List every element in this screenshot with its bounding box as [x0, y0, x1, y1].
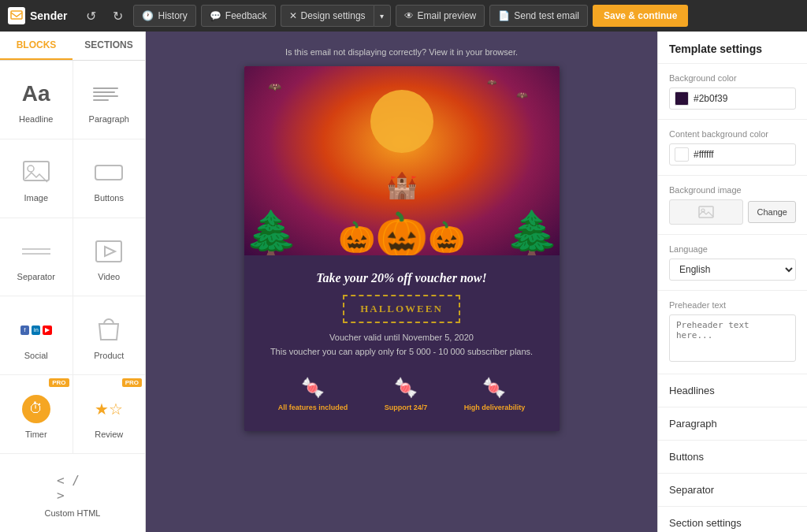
blocks-grid: Aa Headline Paragraph	[0, 61, 145, 532]
block-timer[interactable]: PRO ⏱ Timer	[0, 375, 73, 453]
feature-label-2: Support 24/7	[385, 404, 428, 411]
desc-text: This voucher you can apply only for 5 00…	[260, 347, 544, 356]
paragraph-icon	[93, 78, 125, 110]
block-paragraph-label: Paragraph	[89, 114, 129, 124]
block-headline[interactable]: Aa Headline	[0, 61, 73, 139]
block-social[interactable]: f in ▶ Social	[0, 296, 73, 374]
email-hero: 🌲 🌲 🏰 🦇 🦇 🦇 🎃 🎃 🎃	[244, 66, 560, 255]
block-product[interactable]: Product	[73, 296, 146, 374]
hero-moon	[370, 90, 433, 153]
feedback-icon: 💬	[210, 10, 221, 21]
svg-rect-0	[11, 11, 22, 19]
redo-button[interactable]: ↻	[106, 5, 128, 27]
block-separator-label: Separator	[17, 272, 55, 281]
history-button[interactable]: 🕐 History	[133, 5, 195, 27]
bg-color-row[interactable]: #2b0f39	[669, 87, 796, 110]
block-product-label: Product	[94, 351, 124, 360]
feature-label-3: High deliverability	[464, 404, 526, 411]
language-select[interactable]: English	[669, 259, 796, 281]
send-icon: 📄	[498, 10, 510, 21]
block-paragraph[interactable]: Paragraph	[73, 61, 146, 139]
bg-color-section: Background color #2b0f39	[658, 64, 807, 120]
preview-icon: 👁	[404, 10, 414, 21]
content-bg-swatch	[675, 147, 689, 162]
email-preview-button[interactable]: 👁 Email preview	[396, 5, 485, 27]
tab-sections[interactable]: SECTIONS	[73, 32, 145, 60]
content-bg-section: Content background color #ffffff	[658, 120, 807, 176]
block-image[interactable]: Image	[0, 140, 73, 218]
voucher-code: HALLOWEEN	[343, 295, 460, 323]
feedback-button[interactable]: 💬 Feedback	[201, 5, 276, 27]
pumpkins: 🎃 🎃 🎃	[244, 213, 560, 255]
panel-tabs: BLOCKS SECTIONS	[0, 32, 145, 61]
right-panel-title: Template settings	[658, 32, 807, 64]
accordion-paragraph[interactable]: Paragraph	[658, 407, 807, 441]
candy-icon-1: 🍬	[301, 377, 325, 399]
block-review[interactable]: PRO ★☆ Review	[73, 375, 146, 453]
bg-color-swatch	[675, 91, 689, 106]
pumpkin-left: 🎃	[338, 222, 375, 252]
right-panel: Template settings Background color #2b0f…	[657, 32, 807, 532]
timer-icon: ⏱	[20, 393, 52, 425]
bg-image-label: Background image	[669, 185, 796, 195]
candy-icon-3: 🍬	[482, 377, 506, 399]
bat-2: 🦇	[516, 90, 528, 101]
accordion-separator-label: Separator	[669, 484, 796, 496]
logo-icon	[8, 7, 25, 24]
bg-image-section: Background image Change	[658, 176, 807, 235]
history-icon: 🕐	[142, 10, 154, 21]
email-preview: 🌲 🌲 🏰 🦇 🦇 🦇 🎃 🎃 🎃 Take your 20% off vouc…	[244, 66, 560, 431]
save-button[interactable]: Save & continue	[593, 5, 688, 27]
accordion-buttons[interactable]: Buttons	[658, 441, 807, 474]
review-icon: ★☆	[93, 393, 125, 425]
main-layout: BLOCKS SECTIONS Aa Headline Paragraph	[0, 32, 807, 532]
design-icon: ✕	[289, 10, 297, 21]
logo-text: Sender	[30, 9, 67, 22]
accordion-section-settings[interactable]: Section settings	[658, 507, 807, 532]
block-custom-html[interactable]: < / > Custom HTML	[0, 454, 145, 532]
logo: Sender	[8, 7, 67, 24]
video-icon	[93, 236, 125, 267]
block-video[interactable]: Video	[73, 218, 146, 296]
block-separator[interactable]: Separator	[0, 218, 73, 296]
preheader-input[interactable]	[669, 314, 796, 362]
features-row: 🍬 All features included 🍬 Support 24/7 🍬…	[260, 369, 544, 415]
left-panel: BLOCKS SECTIONS Aa Headline Paragraph	[0, 32, 146, 532]
preview-bar: Is this email not displaying correctly? …	[285, 47, 518, 57]
svg-rect-4	[96, 241, 121, 262]
feature-label-1: All features included	[278, 404, 348, 411]
accordion-headlines-label: Headlines	[669, 385, 796, 396]
block-timer-label: Timer	[25, 430, 47, 439]
accordion-buttons-label: Buttons	[669, 451, 796, 463]
bg-color-value: #2b0f39	[694, 93, 727, 104]
content-bg-row[interactable]: #ffffff	[669, 143, 796, 166]
email-body: Take your 20% off voucher now! HALLOWEEN…	[244, 255, 560, 431]
timer-pro-badge: PRO	[49, 378, 69, 387]
social-icon: f in ▶	[20, 314, 52, 346]
svg-marker-5	[105, 247, 115, 256]
canvas-area: Is this email not displaying correctly? …	[146, 32, 657, 532]
svg-rect-6	[699, 206, 713, 218]
send-test-button[interactable]: 📄 Send test email	[489, 5, 588, 27]
candy-icon-2: 🍬	[394, 377, 418, 399]
design-settings-group: ✕ Design settings ▾	[281, 5, 391, 27]
bg-image-placeholder	[669, 199, 743, 225]
valid-text: Voucher valid until November 5, 2020	[260, 333, 544, 342]
tab-blocks[interactable]: BLOCKS	[0, 32, 73, 60]
design-settings-button[interactable]: ✕ Design settings	[281, 5, 374, 27]
change-bg-button[interactable]: Change	[748, 201, 796, 223]
castle-icon: 🏰	[386, 170, 418, 200]
accordion-paragraph-label: Paragraph	[669, 418, 796, 430]
image-icon	[20, 157, 52, 188]
headline-icon: Aa	[20, 78, 52, 110]
accordion-separator[interactable]: Separator	[658, 474, 807, 507]
block-buttons[interactable]: Buttons	[73, 140, 146, 218]
product-icon	[93, 314, 125, 346]
review-pro-badge: PRO	[122, 378, 142, 387]
language-label: Language	[669, 244, 796, 254]
buttons-icon	[93, 157, 125, 188]
undo-button[interactable]: ↺	[80, 5, 102, 27]
accordion-headlines[interactable]: Headlines	[658, 374, 807, 407]
preheader-section: Preheader text	[658, 291, 807, 374]
design-settings-dropdown[interactable]: ▾	[374, 5, 391, 27]
